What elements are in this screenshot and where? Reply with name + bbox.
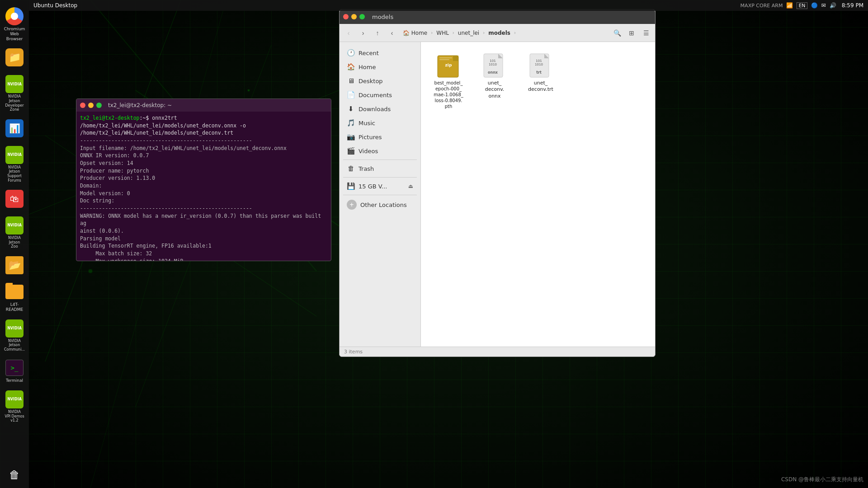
sidebar-item-pictures[interactable]: 📷 Pictures — [341, 130, 419, 144]
downloads-icon: ⬇ — [347, 105, 355, 113]
add-location-btn[interactable]: + — [347, 200, 357, 210]
taskbar-item-chromium[interactable]: ChromiumWebBrowser — [1, 5, 28, 44]
topbar-right: MAXP CORE ARM 📶 EN 🔵 ✉ 🔊 8:59 PM — [741, 2, 863, 9]
taskbar-item-terminal[interactable]: >_ Terminal — [1, 356, 28, 386]
file-item-best-model[interactable]: zip best_model_epoch-000_mae-1.0068_loss… — [428, 49, 469, 112]
sidebar-item-desktop[interactable]: 🖥 Desktop — [341, 74, 419, 88]
topbar-email-icon[interactable]: ✉ — [821, 2, 826, 9]
fm-status-text: 3 items — [344, 349, 363, 355]
sidebar-divider3 — [343, 195, 417, 195]
fm-titlebar: models — [340, 9, 655, 24]
sidebar-label-recent: Recent — [359, 50, 379, 56]
sidebar-label-15gb: 15 GB V... — [359, 183, 387, 190]
terminal-prompt-line: tx2_lei@tx2-desktop:~$ onnx2trt /home/tx… — [80, 114, 327, 137]
sidebar-item-home[interactable]: 🏠 Home — [341, 60, 419, 74]
fm-search-btn[interactable]: 🔍 — [611, 27, 623, 39]
terminal-icon: >_ — [5, 359, 24, 377]
topbar-volume-icon[interactable]: 🔊 — [830, 2, 836, 9]
sidebar-label-trash: Trash — [359, 165, 374, 172]
terminal-body[interactable]: tx2_lei@tx2-desktop:~$ onnx2trt /home/tx… — [76, 112, 331, 261]
best-model-label: best_model_epoch-000_mae-1.0068_loss-0.8… — [434, 80, 463, 109]
sidebar-item-trash[interactable]: 🗑 Trash — [341, 162, 419, 175]
taskbar-label-chromium: ChromiumWebBrowser — [4, 27, 25, 41]
taskbar-item-folder[interactable]: 📂 — [1, 253, 28, 278]
taskbar-item-software[interactable]: 🛍 — [1, 187, 28, 212]
taskbar-item-jetson-zoo[interactable]: NVIDIA NVIDIAJetsonZoo — [1, 214, 28, 252]
eject-icon[interactable]: ⏏ — [408, 183, 413, 189]
sidebar-label-videos: Videos — [359, 148, 378, 155]
terminal-titlebar: tx2_lei@tx2-desktop: ~ — [76, 99, 331, 112]
svg-text:1010: 1010 — [535, 63, 543, 66]
topbar-maxp: MAXP CORE ARM — [741, 3, 783, 9]
fm-statusbar: 3 items — [340, 347, 655, 357]
breadcrumb-arrow: › — [514, 30, 516, 35]
file-item-unet-trt[interactable]: 101 1010 trt unet_deconv.trt — [520, 49, 561, 112]
topbar-bluetooth-icon[interactable]: 🔵 — [811, 2, 818, 9]
terminal-user: tx2_lei@tx2-desktop — [80, 115, 140, 121]
breadcrumb-unet-lei[interactable]: unet_lei — [455, 29, 482, 37]
pictures-icon: 📷 — [347, 133, 355, 141]
fm-close-btn[interactable] — [343, 14, 349, 19]
sidebar-divider2 — [343, 177, 417, 178]
taskbar-item-vpi[interactable]: NVIDIA NVIDIAVPI Demosv1.2 — [1, 388, 28, 426]
fm-forward-btn[interactable]: › — [357, 27, 369, 39]
sidebar-item-downloads[interactable]: ⬇ Downloads — [341, 102, 419, 116]
sidebar-item-15gb[interactable]: 💾 15 GB V... ⏏ — [341, 179, 419, 193]
jetson-dev-icon: NVIDIA — [5, 75, 24, 93]
fm-title: models — [372, 14, 393, 20]
software-icon: 🛍 — [5, 190, 24, 208]
topbar: Ubuntu Desktop MAXP CORE ARM 📶 EN 🔵 ✉ 🔊 … — [29, 0, 868, 11]
terminal-close-btn[interactable] — [80, 103, 85, 108]
breadcrumb-sep3: › — [483, 30, 485, 35]
svg-text:trt: trt — [536, 70, 542, 75]
file-item-unet-onnx[interactable]: 101 1010 onnx unet_deconv.onnx — [474, 49, 515, 112]
taskbar-item-l4t[interactable]: L4T-README — [1, 280, 28, 315]
chromium-icon — [5, 7, 24, 25]
breadcrumb-whl[interactable]: WHL — [434, 29, 452, 37]
trash-icon: 🗑 — [5, 466, 24, 484]
fm-back-btn[interactable]: ‹ — [342, 27, 355, 39]
taskbar-item-files[interactable]: 📁 — [1, 46, 28, 70]
breadcrumb-models[interactable]: models — [486, 29, 513, 37]
jetson-comm-icon: NVIDIA — [5, 319, 24, 338]
sidebar-label-downloads: Downloads — [359, 106, 391, 113]
sidebar-item-music[interactable]: 🎵 Music — [341, 116, 419, 130]
taskbar-item-trash[interactable]: 🗑 — [1, 463, 28, 488]
fm-prev-btn[interactable]: ‹ — [386, 27, 398, 39]
taskbar-label-terminal: Terminal — [6, 378, 23, 383]
svg-text:onnx: onnx — [488, 70, 498, 75]
sidebar-item-recent[interactable]: 🕐 Recent — [341, 46, 419, 60]
fm-maximize-btn[interactable] — [359, 14, 365, 19]
fm-minimize-btn[interactable] — [351, 14, 357, 19]
taskbar-label-jetson-support: NVIDIAJetsonSupportForums — [7, 165, 22, 183]
terminal-minimize-btn[interactable] — [88, 103, 94, 108]
taskbar-item-libreoffice[interactable]: 📊 — [1, 117, 28, 141]
watermark: CSDN @鲁棒最小二乘支持向量机 — [781, 476, 863, 483]
taskbar-item-jetson-comm[interactable]: NVIDIA NVIDIAJetsonCommuni... — [1, 317, 28, 355]
fm-up-btn[interactable]: ↑ — [371, 27, 384, 39]
svg-text:zip: zip — [445, 63, 452, 67]
music-icon: 🎵 — [347, 119, 355, 127]
unet-onnx-icon-wrap: 101 1010 onnx — [481, 52, 508, 78]
topbar-title: Ubuntu Desktop — [33, 2, 77, 9]
sidebar-label-pictures: Pictures — [359, 134, 382, 141]
sidebar-item-documents[interactable]: 📄 Documents — [341, 88, 419, 102]
sidebar-item-videos[interactable]: 🎬 Videos — [341, 144, 419, 158]
desktop-icon: 🖥 — [347, 77, 355, 85]
sidebar-label-documents: Documents — [359, 92, 392, 99]
desktop: Ubuntu Desktop MAXP CORE ARM 📶 EN 🔵 ✉ 🔊 … — [0, 0, 868, 488]
breadcrumb-home[interactable]: 🏠 Home — [400, 29, 430, 37]
sidebar-item-other[interactable]: + Other Locations — [341, 197, 419, 212]
taskbar-item-jetson-dev[interactable]: NVIDIA NVIDIAJetsonDeveloperZone — [1, 72, 28, 114]
taskbar-item-jetson-support[interactable]: NVIDIA NVIDIAJetsonSupportForums — [1, 143, 28, 185]
fm-menu-btn[interactable]: ☰ — [640, 27, 652, 39]
terminal-output: ----------------------------------------… — [80, 137, 327, 261]
breadcrumb: 🏠 Home › WHL › unet_lei › models › — [400, 29, 609, 37]
fm-view-btn[interactable]: ⊞ — [625, 27, 638, 39]
topbar-lang[interactable]: EN — [797, 2, 807, 9]
svg-rect-16 — [453, 56, 458, 61]
svg-point-8 — [248, 89, 250, 91]
best-model-icon-wrap: zip — [435, 52, 462, 78]
topbar-wifi-icon[interactable]: 📶 — [786, 2, 793, 9]
terminal-maximize-btn[interactable] — [96, 103, 102, 108]
